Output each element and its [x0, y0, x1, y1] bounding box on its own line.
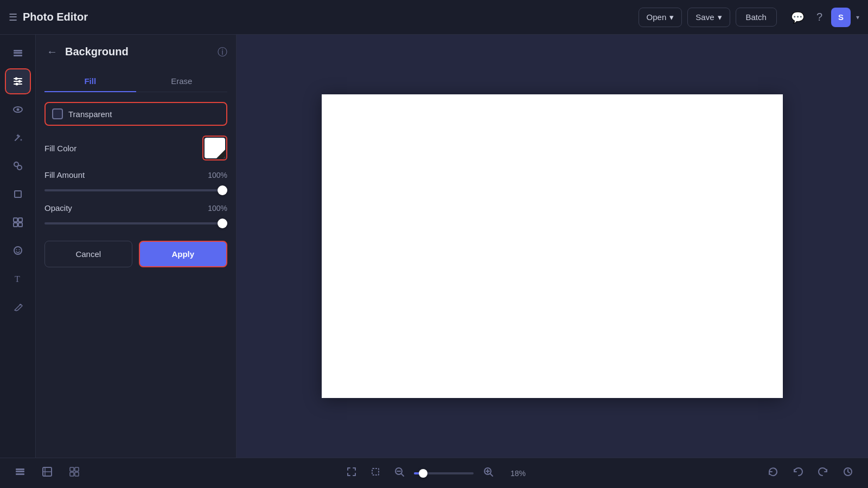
panel-back-button[interactable]: ← — [44, 43, 60, 60]
sidebar-icon-effects[interactable] — [5, 153, 31, 179]
svg-rect-16 — [14, 223, 17, 227]
avatar-chevron-icon[interactable]: ▾ — [856, 14, 859, 21]
svg-rect-1 — [14, 52, 22, 54]
menu-icon[interactable]: ☰ — [9, 11, 17, 23]
zoom-slider-track[interactable] — [414, 472, 474, 474]
svg-rect-23 — [16, 471, 24, 472]
panel-header: ← Background ⓘ — [44, 43, 227, 60]
open-button[interactable]: Open ▾ — [639, 8, 682, 27]
smart-fit-icon[interactable] — [366, 463, 385, 484]
fill-color-swatch[interactable] — [205, 138, 225, 158]
svg-rect-29 — [75, 467, 79, 471]
fill-amount-header: Fill Amount 100% — [44, 170, 227, 179]
zoom-slider-thumb[interactable] — [419, 469, 427, 478]
grid-bottom-icon[interactable] — [65, 463, 84, 484]
sidebar-icon-crop[interactable] — [5, 181, 31, 207]
stamp-bottom-icon[interactable] — [38, 463, 56, 484]
tab-fill[interactable]: Fill — [44, 71, 136, 92]
bottom-right — [764, 463, 857, 484]
background-panel: ← Background ⓘ Fill Erase Transparent Fi… — [36, 35, 237, 458]
svg-point-18 — [14, 247, 22, 254]
opacity-header: Opacity 100% — [44, 203, 227, 213]
transparent-option[interactable]: Transparent — [44, 102, 227, 126]
fill-amount-slider[interactable] — [44, 189, 227, 191]
svg-rect-30 — [70, 472, 74, 476]
sidebar-icon-eye[interactable] — [5, 97, 31, 123]
opacity-slider[interactable] — [44, 222, 227, 224]
svg-point-12 — [17, 165, 22, 170]
svg-point-10 — [16, 108, 19, 111]
cancel-button[interactable]: Cancel — [44, 241, 132, 267]
fit-icon[interactable] — [342, 463, 361, 484]
transparent-checkbox[interactable] — [52, 108, 63, 119]
svg-point-4 — [15, 78, 17, 80]
opacity-section: Opacity 100% — [44, 203, 227, 227]
batch-button[interactable]: Batch — [736, 8, 777, 27]
sidebar-icon-draw[interactable] — [5, 294, 31, 320]
chat-icon-button[interactable]: 💬 — [788, 8, 808, 27]
svg-text:T: T — [15, 274, 20, 284]
color-swatch-wrapper[interactable] — [202, 136, 227, 160]
bottom-center: 18% — [342, 463, 526, 484]
history-icon[interactable] — [839, 463, 857, 484]
transparent-label: Transparent — [68, 110, 112, 119]
svg-rect-28 — [70, 467, 74, 471]
icon-sidebar: T — [0, 35, 36, 458]
zoom-out-icon[interactable] — [390, 463, 409, 484]
header: ☰ Photo Editor Open ▾ Save ▾ Batch 💬 ? S… — [0, 0, 868, 35]
svg-point-6 — [18, 80, 21, 83]
reset-icon[interactable] — [764, 463, 782, 484]
panel-title: Background — [65, 46, 212, 58]
canvas[interactable] — [322, 94, 783, 398]
svg-point-19 — [16, 249, 17, 251]
sidebar-icon-objects[interactable] — [5, 209, 31, 235]
fill-color-row: Fill Color — [44, 136, 227, 160]
bottom-toolbar: 18% — [0, 458, 868, 488]
fill-color-label: Fill Color — [44, 144, 76, 153]
svg-rect-22 — [16, 473, 24, 475]
sidebar-icon-magic[interactable] — [5, 125, 31, 151]
redo-icon[interactable] — [814, 463, 832, 484]
panel-info-button[interactable]: ⓘ — [218, 46, 227, 59]
svg-point-20 — [18, 249, 20, 251]
help-icon-button[interactable]: ? — [813, 8, 826, 27]
tab-erase[interactable]: Erase — [136, 71, 228, 92]
canvas-area — [237, 35, 868, 458]
app-title: Photo Editor — [23, 11, 88, 23]
svg-rect-2 — [14, 50, 22, 52]
fill-amount-label: Fill Amount — [44, 170, 85, 179]
header-right: 💬 ? S ▾ — [788, 8, 859, 27]
sidebar-icon-adjustments[interactable] — [5, 68, 31, 94]
svg-rect-13 — [15, 191, 21, 197]
sidebar-icon-layers[interactable] — [5, 40, 31, 66]
zoom-in-icon[interactable] — [479, 463, 497, 484]
avatar[interactable]: S — [831, 8, 851, 27]
bottom-left — [11, 463, 84, 484]
action-buttons: Cancel Apply — [44, 241, 227, 267]
svg-point-8 — [15, 83, 18, 86]
undo-icon[interactable] — [789, 463, 807, 484]
svg-line-39 — [490, 474, 493, 476]
sidebar-icon-sticker[interactable] — [5, 237, 31, 264]
svg-rect-17 — [18, 223, 22, 227]
svg-rect-31 — [75, 472, 79, 476]
layers-bottom-icon[interactable] — [11, 463, 29, 484]
fill-amount-section: Fill Amount 100% — [44, 170, 227, 194]
fill-amount-value: 100% — [208, 171, 227, 179]
svg-line-35 — [401, 474, 404, 476]
apply-button[interactable]: Apply — [139, 241, 228, 267]
svg-rect-14 — [14, 218, 17, 222]
opacity-label: Opacity — [44, 203, 72, 213]
opacity-value: 100% — [208, 204, 227, 213]
svg-rect-32 — [372, 468, 379, 475]
save-button[interactable]: Save ▾ — [687, 8, 730, 27]
svg-rect-24 — [16, 468, 24, 470]
svg-rect-15 — [18, 218, 22, 222]
zoom-percentage: 18% — [503, 469, 526, 478]
sidebar-icon-text[interactable]: T — [5, 266, 31, 292]
main-body: T ← Background ⓘ Fill Erase Transparent … — [0, 35, 868, 458]
svg-rect-0 — [14, 55, 22, 56]
panel-tabs: Fill Erase — [44, 71, 227, 92]
